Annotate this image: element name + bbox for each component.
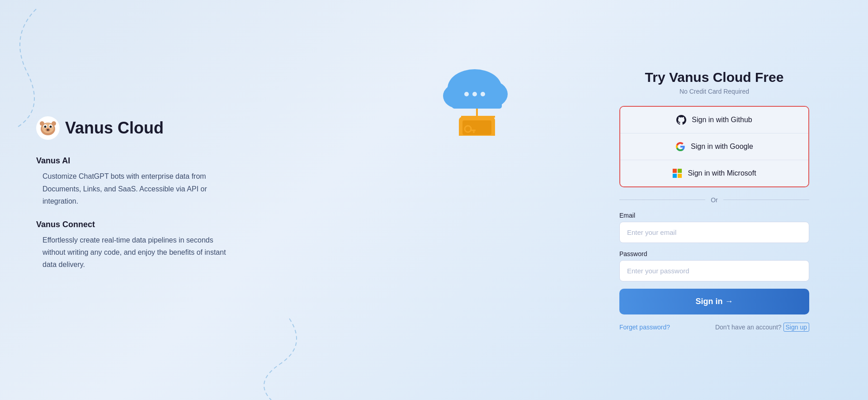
svg-point-16	[472, 92, 477, 96]
forgot-password-link[interactable]: Forget password?	[619, 324, 670, 331]
feature-desc-connect: Effortlessly create real-time data pipel…	[36, 234, 226, 271]
email-label: Email	[619, 212, 809, 219]
github-icon	[676, 115, 686, 125]
google-signin-button[interactable]: Sign in with Google	[620, 133, 808, 160]
github-signin-button[interactable]: Sign in with Github	[620, 107, 808, 133]
feature-section: Vanus AI Customize ChatGPT bots with ent…	[36, 156, 524, 283]
svg-rect-14	[452, 96, 502, 109]
left-panel: Vanus Cloud Vanus AI Cust	[0, 0, 561, 400]
email-input[interactable]	[619, 222, 809, 243]
svg-rect-27	[673, 173, 677, 177]
svg-point-8	[47, 129, 49, 131]
logo-icon	[36, 116, 60, 140]
right-panel: Try Vanus Cloud Free No Credit Card Requ…	[561, 0, 868, 400]
cloud-illustration	[434, 63, 524, 138]
signup-prompt: Don't have an account?	[715, 324, 782, 331]
or-divider: Or	[619, 196, 809, 204]
microsoft-signin-button[interactable]: Sign in with Microsoft	[620, 160, 808, 186]
svg-point-6	[50, 126, 52, 128]
divider-line-right	[723, 200, 809, 200]
feature-title-ai: Vanus AI	[36, 156, 524, 166]
password-field-group: Password	[619, 250, 809, 281]
social-signin-box: Sign in with Github Sign in with Google …	[619, 106, 809, 187]
divider-text: Or	[711, 196, 718, 204]
email-field-group: Email	[619, 212, 809, 243]
svg-point-17	[481, 92, 485, 96]
page-title: Try Vanus Cloud Free	[645, 70, 784, 85]
logo-text: Vanus Cloud	[65, 119, 164, 138]
svg-point-15	[464, 92, 469, 96]
google-icon	[675, 142, 685, 152]
svg-rect-28	[678, 173, 682, 177]
password-label: Password	[619, 250, 809, 257]
signin-button[interactable]: Sign in →	[619, 289, 809, 314]
feature-desc-ai: Customize ChatGPT bots with enterprise d…	[36, 170, 226, 207]
svg-rect-25	[673, 168, 677, 172]
divider-line-left	[619, 200, 705, 200]
bottom-links: Forget password? Don't have an account? …	[619, 324, 809, 331]
svg-point-5	[44, 126, 47, 128]
microsoft-signin-label: Sign in with Microsoft	[688, 169, 756, 177]
svg-rect-21	[462, 120, 491, 135]
svg-rect-26	[678, 168, 682, 172]
microsoft-icon	[672, 168, 682, 178]
signin-button-label: Sign in →	[696, 297, 733, 306]
svg-point-10	[52, 121, 56, 126]
signup-link[interactable]: Sign up	[783, 323, 809, 332]
page-subtitle: No Credit Card Required	[679, 88, 749, 95]
github-signin-label: Sign in with Github	[692, 116, 752, 124]
password-input[interactable]	[619, 260, 809, 281]
google-signin-label: Sign in with Google	[691, 143, 753, 151]
svg-point-9	[40, 121, 44, 126]
feature-title-connect: Vanus Connect	[36, 220, 524, 229]
signup-row: Don't have an account? Sign up	[715, 324, 809, 331]
